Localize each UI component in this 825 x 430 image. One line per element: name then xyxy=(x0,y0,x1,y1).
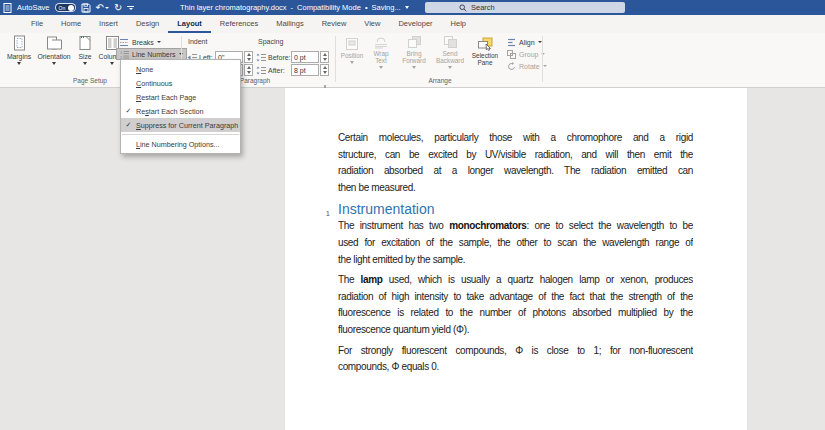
doc-line-row[interactable]: 3used for excitation of the sample, the … xyxy=(338,235,693,252)
doc-line-text[interactable]: radiation absorbed at a longer wavelengt… xyxy=(338,163,693,180)
tab-insert[interactable]: Insert xyxy=(90,15,127,33)
breaks-button[interactable]: Breaks xyxy=(116,36,164,48)
tab-design[interactable]: Design xyxy=(127,15,168,33)
menu-item-label: Suppress for Current Paragraph xyxy=(136,121,238,130)
bring-forward-icon xyxy=(407,35,422,49)
spinner-down[interactable] xyxy=(323,71,327,74)
spinner-up[interactable] xyxy=(323,66,327,69)
customize-qat-icon[interactable] xyxy=(127,6,134,10)
search-icon xyxy=(459,4,467,12)
spinner-up[interactable] xyxy=(247,66,251,69)
wrap-text-icon xyxy=(374,35,388,49)
chevron-down-icon xyxy=(110,62,114,65)
spacing-before-input[interactable]: 0 pt xyxy=(291,51,319,63)
menu-item-line-numbering-options[interactable]: Line Numbering Options... xyxy=(121,137,240,151)
size-icon xyxy=(78,35,92,51)
tab-developer[interactable]: Developer xyxy=(389,15,441,33)
doc-line-row[interactable]: 6radiation of high intensity to take adv… xyxy=(338,289,693,306)
group-icon xyxy=(507,50,516,59)
spacing-after-spinner[interactable] xyxy=(320,64,329,76)
tab-references[interactable]: References xyxy=(211,15,267,33)
tab-review[interactable]: Review xyxy=(313,15,356,33)
word-app-icon[interactable] xyxy=(3,3,12,13)
autosave-label: AutoSave xyxy=(17,3,50,12)
line-numbers-menu: NoneContinuousRestart Each Page✓Restart … xyxy=(120,59,241,154)
doc-line-text[interactable]: Certain molecules, particularly those wi… xyxy=(338,130,693,147)
menu-item-suppress-for-current-paragraph[interactable]: ✓Suppress for Current Paragraph xyxy=(121,118,240,132)
chevron-down-icon xyxy=(83,62,87,65)
arrange-group-label: Arrange xyxy=(410,77,470,84)
section-heading[interactable]: Instrumentation xyxy=(338,201,435,217)
align-icon xyxy=(507,38,516,47)
search-box[interactable]: Search xyxy=(425,2,625,13)
doc-line-row[interactable]: 2The instrument has two monochromators: … xyxy=(338,218,693,235)
paragraph-dialog-launcher-icon[interactable] xyxy=(324,78,332,86)
page-setup-group-label: Page Setup xyxy=(60,77,120,84)
bring-forward-button: Bring Forward xyxy=(398,35,430,69)
spinner-down[interactable] xyxy=(323,58,327,61)
numbered-lines[interactable]: 1Instrumentation2The instrument has two … xyxy=(338,200,693,430)
spinner-up[interactable] xyxy=(247,53,251,56)
title-dropdown-caret[interactable] xyxy=(405,6,409,9)
tab-layout[interactable]: Layout xyxy=(168,15,211,33)
doc-line-row[interactable]: 12 xyxy=(338,400,693,417)
spinner-up[interactable] xyxy=(323,53,327,56)
tab-mailings[interactable]: Mailings xyxy=(267,15,313,33)
autosave-toggle-state: On xyxy=(57,5,66,11)
margins-icon xyxy=(12,35,27,51)
intro-paragraph[interactable]: Certain molecules, particularly those wi… xyxy=(338,130,693,196)
undo-icon[interactable]: ↶ xyxy=(96,3,109,12)
quick-access-toolbar: AutoSave On ↶ ↻ xyxy=(0,3,134,13)
doc-line-row[interactable]: 8fluorescence quantum yield (Φ). xyxy=(338,322,693,339)
doc-line-row[interactable]: 4the light emitted by the sample. xyxy=(338,252,693,269)
doc-line-text[interactable]: structure, can be excited by UV/visible … xyxy=(338,147,693,164)
menu-item-label: Restart Each Page xyxy=(136,93,196,102)
doc-heading-row[interactable]: 1Instrumentation xyxy=(338,200,693,218)
menu-item-label: Line Numbering Options... xyxy=(136,140,220,149)
title-separator: - xyxy=(291,3,294,12)
doc-line-row[interactable]: 9For strongly fluorescent compounds, Φ i… xyxy=(338,343,693,360)
group-separator xyxy=(542,36,543,82)
menu-item-continuous[interactable]: Continuous xyxy=(121,76,240,90)
menu-item-restart-each-section[interactable]: ✓Restart Each Section xyxy=(121,104,240,118)
menu-item-restart-each-page[interactable]: Restart Each Page xyxy=(121,90,240,104)
doc-line-row[interactable]: 11 xyxy=(338,380,693,397)
save-icon[interactable] xyxy=(81,3,91,13)
tab-file[interactable]: File xyxy=(22,15,52,33)
selection-pane-button[interactable]: Selection Pane xyxy=(470,35,500,69)
redo-icon[interactable]: ↻ xyxy=(114,3,122,12)
spacing-before-label: Before: xyxy=(268,54,291,61)
spacing-after-input[interactable]: 8 pt xyxy=(291,64,319,76)
tab-view[interactable]: View xyxy=(355,15,389,33)
chevron-down-icon xyxy=(52,62,56,65)
indent-left-spinner[interactable] xyxy=(244,51,253,63)
doc-line-row[interactable]: 5The lamp used, which is usually a quart… xyxy=(338,272,693,289)
toggle-knob xyxy=(68,5,74,11)
autosave-toggle[interactable]: On xyxy=(55,3,76,12)
doc-line-row[interactable]: 10compounds, Φ equals 0. xyxy=(338,359,693,376)
spinner-down[interactable] xyxy=(247,58,251,61)
align-button[interactable]: Align xyxy=(504,36,545,48)
tab-home[interactable]: Home xyxy=(52,15,90,33)
chevron-down-icon xyxy=(157,41,161,43)
margins-button[interactable]: Margins xyxy=(4,35,34,69)
send-backward-button: Send Backward xyxy=(433,35,467,69)
menu-item-label: None xyxy=(136,65,153,74)
spinner-down[interactable] xyxy=(247,71,251,74)
menu-item-none[interactable]: None xyxy=(121,62,240,76)
document-page[interactable]: Certain molecules, particularly those wi… xyxy=(285,88,747,430)
group-separator xyxy=(335,36,336,82)
doc-line-text[interactable]: then be measured. xyxy=(338,180,693,197)
doc-line-row[interactable]: 7fluorescence is related to the number o… xyxy=(338,305,693,322)
spacing-after-icon xyxy=(256,66,266,75)
menu-item-label: Continuous xyxy=(136,79,172,88)
undo-dropdown-caret[interactable] xyxy=(105,7,109,9)
indent-right-spinner[interactable] xyxy=(244,64,253,76)
size-button[interactable]: Size xyxy=(74,35,96,69)
spacing-before-spinner[interactable] xyxy=(320,51,329,63)
tab-help[interactable]: Help xyxy=(442,15,475,33)
orientation-button[interactable]: Orientation xyxy=(36,35,72,69)
chevron-down-icon xyxy=(412,66,416,69)
rotate-icon xyxy=(507,62,516,71)
doc-line-row[interactable]: 13 xyxy=(338,421,693,430)
